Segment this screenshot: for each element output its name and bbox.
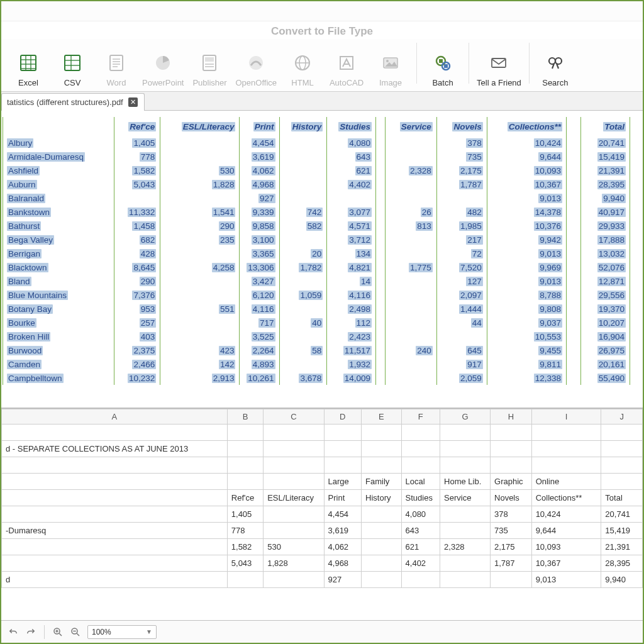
sheet-cell[interactable]: Studies [401,490,440,506]
sheet-cell[interactable] [601,474,643,490]
sheet-cell[interactable] [440,523,491,539]
sheet-cell[interactable]: 621 [401,539,440,555]
sheet-cell[interactable]: 9,644 [531,523,601,539]
sheet-cell[interactable] [440,441,491,457]
sheet-cell[interactable]: 4,402 [401,555,440,572]
sheet-cell[interactable]: 2,328 [440,539,491,555]
sheet-cell[interactable]: 530 [264,539,324,555]
sheet-cell[interactable] [2,457,228,474]
sheet-cell[interactable]: 10,424 [531,506,601,523]
sheet-cell[interactable]: Large [324,474,361,490]
sheet-cell[interactable] [401,441,440,457]
sheet-column-header[interactable]: F [401,409,440,425]
sheet-cell[interactable]: 1,787 [491,555,532,572]
sheet-cell[interactable]: 4,062 [324,539,361,555]
sheet-cell[interactable]: 10,367 [531,555,601,572]
sheet-cell[interactable] [440,555,491,572]
sheet-cell[interactable]: 735 [491,523,532,539]
sheet-cell[interactable]: Print [324,490,361,506]
sheet-cell[interactable] [362,506,402,523]
sheet-cell[interactable]: Novels [491,490,532,506]
sheet-cell[interactable] [440,425,491,441]
sheet-column-header[interactable]: D [324,409,361,425]
sheet-cell[interactable]: 1,828 [264,555,324,572]
sheet-cell[interactable]: 2,175 [491,539,532,555]
sheet-cell[interactable]: 15,419 [601,523,643,539]
sheet-cell[interactable]: d - SEPARATE COLLECTIONS AS AT JUNE 2013 [2,441,228,457]
sheet-cell[interactable]: 1,582 [227,539,263,555]
sheet-cell[interactable] [2,506,228,523]
sheet-column-header[interactable]: G [440,409,491,425]
sheet-cell[interactable] [401,572,440,588]
spreadsheet-pane[interactable]: ABCDEFGHIJ d - SEPARATE COLLECTIONS AS A… [1,408,643,620]
sheet-cell[interactable]: Ref'ce [227,490,263,506]
sheet-cell[interactable]: d [2,572,228,588]
pdf-preview-pane[interactable]: Ref'ceESL/LiteracyPrintHistoryStudiesSer… [1,111,643,408]
sheet-cell[interactable] [2,539,228,555]
sheet-cell[interactable]: 4,968 [324,555,361,572]
sheet-cell[interactable]: Service [440,490,491,506]
sheet-cell[interactable] [362,572,402,588]
sheet-cell[interactable] [324,425,361,441]
sheet-cell[interactable] [264,506,324,523]
sheet-cell[interactable] [601,457,643,474]
sheet-cell[interactable] [2,425,228,441]
sheet-cell[interactable] [227,441,263,457]
sheet-cell[interactable]: 28,395 [601,555,643,572]
redo-icon[interactable] [25,626,36,638]
excel-button[interactable]: Excel [6,40,50,87]
sheet-cell[interactable] [2,555,228,572]
sheet-cell[interactable] [324,441,361,457]
sheet-cell[interactable] [2,490,228,506]
sheet-cell[interactable]: 927 [324,572,361,588]
sheet-column-header[interactable]: E [362,409,402,425]
sheet-cell[interactable]: Total [601,490,643,506]
sheet-cell[interactable]: Graphic [491,474,532,490]
sheet-cell[interactable] [362,441,402,457]
sheet-cell[interactable] [264,572,324,588]
sheet-cell[interactable]: 10,093 [531,539,601,555]
sheet-cell[interactable]: 21,391 [601,539,643,555]
sheet-cell[interactable] [324,457,361,474]
batch-button[interactable]: Batch [421,40,465,87]
undo-icon[interactable] [8,626,19,638]
zoom-combo[interactable]: 100% ▼ [87,625,157,639]
sheet-cell[interactable] [227,474,263,490]
sheet-column-header[interactable]: J [601,409,643,425]
sheet-cell[interactable]: 1,405 [227,506,263,523]
sheet-cell[interactable]: Online [531,474,601,490]
sheet-cell[interactable] [264,474,324,490]
sheet-cell[interactable] [362,523,402,539]
sheet-cell[interactable]: 643 [401,523,440,539]
close-icon[interactable]: ✕ [128,97,138,107]
sheet-cell[interactable]: Local [401,474,440,490]
sheet-cell[interactable] [531,441,601,457]
sheet-column-header[interactable]: A [2,409,228,425]
sheet-column-header[interactable]: H [491,409,532,425]
zoom-out-icon[interactable] [70,626,81,638]
sheet-cell[interactable] [362,539,402,555]
sheet-cell[interactable]: History [362,490,402,506]
sheet-cell[interactable] [491,572,532,588]
sheet-cell[interactable]: 4,454 [324,506,361,523]
csv-button[interactable]: CSV [50,40,94,87]
sheet-cell[interactable] [264,425,324,441]
sheet-cell[interactable] [440,506,491,523]
sheet-cell[interactable] [362,425,402,441]
zoom-in-icon[interactable] [52,626,64,638]
sheet-cell[interactable] [440,457,491,474]
sheet-cell[interactable] [227,572,263,588]
sheet-cell[interactable] [491,441,532,457]
sheet-cell[interactable]: Family [362,474,402,490]
sheet-cell[interactable] [601,441,643,457]
document-tab[interactable]: tatistics (different structures).pdf ✕ [1,93,145,111]
sheet-cell[interactable] [264,457,324,474]
sheet-cell[interactable]: -Dumaresq [2,523,228,539]
tell-button[interactable]: Tell a Friend [473,40,525,87]
search-button[interactable]: Search [533,40,577,87]
sheet-cell[interactable] [531,425,601,441]
sheet-cell[interactable] [227,425,263,441]
sheet-column-header[interactable]: I [531,409,601,425]
sheet-cell[interactable] [362,555,402,572]
sheet-cell[interactable] [401,425,440,441]
